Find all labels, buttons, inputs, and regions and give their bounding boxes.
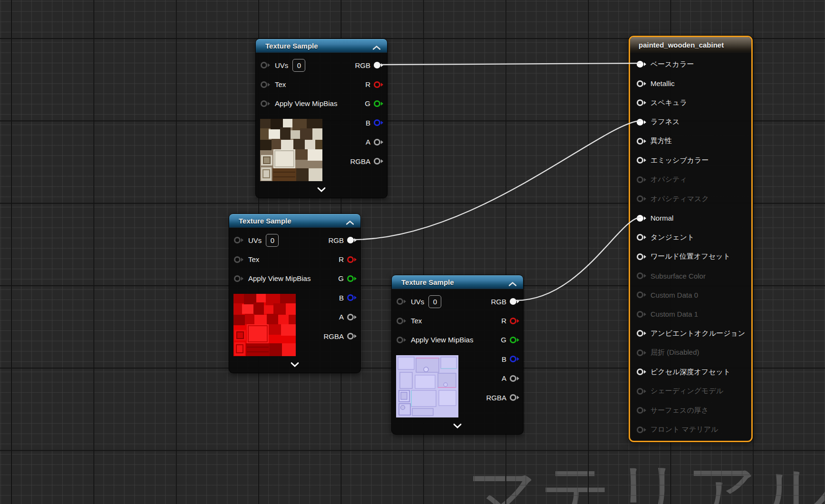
material-input-label: Subsurface Color: [650, 272, 706, 280]
output-pin[interactable]: [510, 356, 519, 362]
wire-albedo-to-basecolor[interactable]: [379, 63, 641, 65]
output-row: B: [486, 349, 519, 368]
uvs-value-box[interactable]: 0: [292, 59, 305, 72]
output-pin[interactable]: [347, 275, 357, 282]
material-input-row: サーフェスの厚さ: [637, 401, 747, 420]
output-label: B: [502, 355, 506, 363]
material-input-label: エミッシブカラー: [650, 156, 709, 165]
material-input-pin[interactable]: [637, 407, 646, 414]
wire-roughness-to-roughness[interactable]: [353, 121, 641, 240]
material-input-row: オパシティマスク: [637, 189, 747, 208]
expand-chevron-down-icon[interactable]: [318, 185, 326, 194]
material-input-pin[interactable]: [637, 176, 646, 183]
input-pin-list: UVs 0 Tex Apply View MipBias: [397, 292, 473, 349]
material-graph-canvas[interactable]: マテリアル Texture Sample UVs 0 Tex: [0, 0, 825, 504]
output-row: R: [323, 250, 357, 269]
output-row: RGB: [486, 292, 519, 311]
chevron-up-icon[interactable]: [509, 280, 516, 288]
input-row: UVs 0: [234, 231, 311, 250]
node-header[interactable]: Texture Sample: [256, 39, 387, 53]
output-pin[interactable]: [510, 375, 519, 382]
output-pin[interactable]: [374, 81, 383, 88]
output-pin[interactable]: [510, 394, 519, 401]
output-row: B: [350, 113, 383, 132]
material-input-pin[interactable]: [637, 349, 646, 356]
output-pin[interactable]: [347, 314, 357, 320]
chevron-up-icon[interactable]: [373, 43, 380, 52]
input-pin[interactable]: [261, 81, 270, 88]
output-label: RGBA: [486, 394, 506, 402]
material-input-pin[interactable]: [637, 138, 646, 145]
material-input-row: タンジェント: [637, 228, 747, 247]
wire-normalmap-to-normal[interactable]: [515, 217, 641, 300]
output-row: G: [323, 269, 357, 288]
output-pin[interactable]: [347, 294, 357, 301]
output-pin[interactable]: [374, 139, 383, 145]
output-pin[interactable]: [510, 318, 519, 324]
output-pin[interactable]: [510, 337, 519, 343]
material-input-pin[interactable]: [637, 388, 646, 395]
material-input-label: フロント マテリアル: [650, 425, 718, 434]
input-pin[interactable]: [234, 275, 243, 282]
uvs-value-box[interactable]: 0: [266, 234, 279, 247]
material-input-label: アンビエントオクルージョン: [650, 329, 745, 338]
material-input-pin[interactable]: [637, 195, 646, 202]
input-row: Apply View MipBias: [261, 94, 337, 113]
output-pin[interactable]: [347, 237, 357, 243]
texture-preview-normal-map: [396, 355, 458, 417]
material-input-pin[interactable]: [637, 157, 646, 164]
output-pin[interactable]: [347, 333, 357, 339]
output-pin[interactable]: [374, 119, 383, 126]
material-input-label: Custom Data 1: [650, 310, 698, 318]
node-header[interactable]: Texture Sample: [392, 275, 523, 289]
texture-sample-node-3[interactable]: Texture Sample UVs 0 Tex: [391, 275, 524, 435]
material-input-row: スペキュラ: [637, 93, 747, 112]
material-input-pin[interactable]: [637, 330, 646, 337]
expand-chevron-down-icon[interactable]: [454, 422, 462, 430]
node-header[interactable]: painted_wooden_cabinet: [630, 37, 751, 53]
texture-sample-node-2[interactable]: Texture Sample UVs 0 Tex: [229, 213, 361, 373]
expand-chevron-down-icon[interactable]: [291, 360, 299, 369]
input-pin[interactable]: [397, 298, 406, 305]
material-result-node[interactable]: painted_wooden_cabinet ベースカラー Metallic ス…: [629, 36, 753, 442]
node-header[interactable]: Texture Sample: [229, 214, 360, 228]
output-label: RGBA: [323, 332, 344, 340]
output-pin[interactable]: [347, 256, 357, 263]
material-input-pin[interactable]: [637, 311, 646, 318]
material-input-pin[interactable]: [637, 291, 646, 298]
input-pin[interactable]: [234, 256, 243, 263]
input-pin[interactable]: [234, 237, 243, 243]
input-row: Tex: [261, 75, 337, 94]
chevron-up-icon[interactable]: [346, 218, 354, 227]
output-pin[interactable]: [374, 100, 383, 107]
output-row: RGBA: [323, 327, 357, 346]
output-pin[interactable]: [374, 158, 383, 165]
input-pin[interactable]: [397, 337, 406, 343]
output-label: B: [366, 119, 370, 127]
input-pin[interactable]: [261, 100, 270, 107]
output-pin[interactable]: [374, 62, 383, 68]
material-input-pin[interactable]: [637, 253, 646, 260]
material-input-row: ピクセル深度オフセット: [637, 362, 747, 381]
material-input-pin[interactable]: [637, 99, 646, 106]
material-input-pin[interactable]: [637, 80, 646, 87]
output-pin[interactable]: [510, 298, 519, 305]
material-input-label: ピクセル深度オフセット: [650, 368, 730, 377]
output-label: R: [365, 80, 370, 88]
material-input-pin[interactable]: [637, 426, 646, 433]
material-input-row: オパシティ: [637, 170, 747, 189]
output-row: R: [486, 311, 519, 330]
input-row: Apply View MipBias: [397, 330, 473, 349]
material-input-pin[interactable]: [637, 61, 646, 68]
material-input-label: サーフェスの厚さ: [650, 406, 709, 415]
input-pin[interactable]: [261, 62, 270, 68]
material-input-pin[interactable]: [637, 234, 646, 241]
material-input-pin[interactable]: [637, 272, 646, 279]
material-input-pin[interactable]: [637, 368, 646, 375]
material-node-title: painted_wooden_cabinet: [630, 41, 724, 49]
material-input-pin[interactable]: [637, 119, 646, 126]
output-label: A: [502, 374, 506, 382]
uvs-value-box[interactable]: 0: [428, 295, 441, 308]
input-pin[interactable]: [397, 318, 406, 324]
texture-sample-node-1[interactable]: Texture Sample UVs 0 Tex: [255, 39, 388, 198]
